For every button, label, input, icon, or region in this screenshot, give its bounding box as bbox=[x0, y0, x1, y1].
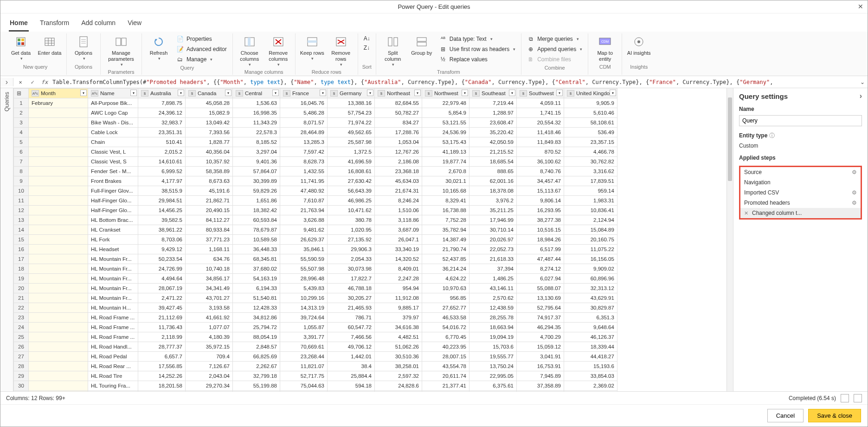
cell[interactable]: 57,864.07 bbox=[233, 167, 280, 176]
cell[interactable]: HL Road Frame ... bbox=[88, 313, 138, 323]
cell[interactable]: 51,540.81 bbox=[233, 293, 280, 303]
cell[interactable]: 32,799.18 bbox=[233, 371, 280, 381]
cell[interactable]: 17,556.85 bbox=[138, 362, 186, 371]
row-number[interactable]: 15 bbox=[14, 235, 29, 245]
cell[interactable]: 3,041.91 bbox=[517, 352, 564, 362]
cell[interactable]: 17,946.99 bbox=[469, 215, 517, 225]
cell[interactable]: 39,582.5 bbox=[138, 215, 186, 225]
cell[interactable]: 34,856.17 bbox=[186, 274, 233, 284]
cell[interactable]: 25,794.72 bbox=[233, 323, 280, 332]
cell[interactable]: 4,624.22 bbox=[422, 274, 469, 284]
cell[interactable] bbox=[29, 137, 88, 147]
filter-icon[interactable]: ▾ bbox=[130, 90, 137, 96]
cell[interactable]: 80,933.84 bbox=[186, 225, 233, 235]
cancel-button[interactable]: Cancel bbox=[767, 409, 804, 422]
cell[interactable]: 42,050.59 bbox=[469, 137, 517, 147]
cell[interactable]: 11,343.29 bbox=[233, 118, 280, 128]
cell[interactable]: 45,191.6 bbox=[186, 186, 233, 196]
cell[interactable]: 14,387.49 bbox=[422, 235, 469, 245]
cell[interactable]: 7,393.56 bbox=[186, 128, 233, 137]
cell[interactable]: 30,829.87 bbox=[564, 303, 617, 313]
cell[interactable]: HL Mountain Fr... bbox=[88, 293, 138, 303]
row-number[interactable]: 22 bbox=[14, 303, 29, 313]
cell[interactable]: 786.71 bbox=[328, 313, 375, 323]
column-header-northwest[interactable]: $Northwest▾ bbox=[422, 89, 469, 98]
cell[interactable]: 4,494.64 bbox=[138, 274, 186, 284]
cell[interactable]: 34,812.86 bbox=[233, 313, 280, 323]
cell[interactable]: HL Road Frame ... bbox=[88, 323, 138, 332]
cell[interactable]: 16,808.61 bbox=[328, 167, 375, 176]
cell[interactable] bbox=[29, 108, 88, 118]
query-name-input[interactable] bbox=[739, 115, 862, 126]
cell[interactable]: 2,118.99 bbox=[138, 332, 186, 342]
cell[interactable]: 380.78 bbox=[328, 215, 375, 225]
cell[interactable]: 7,752.28 bbox=[422, 215, 469, 225]
cell[interactable]: 62,001.16 bbox=[469, 176, 517, 186]
cell[interactable]: 34,616.38 bbox=[375, 323, 422, 332]
table-row[interactable]: 13HL Bottom Brac...39,582.584,112.2760,5… bbox=[14, 215, 617, 225]
data-type-button[interactable]: ᴬᴮData type: Text bbox=[437, 34, 517, 44]
cell[interactable] bbox=[29, 225, 88, 235]
cell[interactable]: 10,299.16 bbox=[280, 293, 328, 303]
cell[interactable]: 10,471.62 bbox=[328, 206, 375, 215]
cell[interactable]: 1,741.15 bbox=[517, 108, 564, 118]
cell[interactable]: 11,378.01 bbox=[328, 391, 375, 391]
cell[interactable]: 33,340.19 bbox=[375, 245, 422, 254]
applied-step[interactable]: Navigation bbox=[740, 177, 861, 188]
cell[interactable]: 7,898.75 bbox=[138, 98, 186, 108]
cell[interactable]: 13,285.3 bbox=[280, 137, 328, 147]
table-row[interactable]: 25HL Road Frame ...2,118.994,180.3988,05… bbox=[14, 332, 617, 342]
table-row[interactable]: 18HL Mountain Fr...24,726.9910,740.1837,… bbox=[14, 264, 617, 274]
row-number[interactable]: 13 bbox=[14, 215, 29, 225]
cell[interactable]: 22,052.73 bbox=[469, 245, 517, 254]
type-icon[interactable]: $ bbox=[141, 90, 148, 97]
cell[interactable]: 36,100.62 bbox=[517, 157, 564, 167]
cell[interactable]: Bike Wash - Dis... bbox=[88, 118, 138, 128]
cell[interactable]: 57,754.23 bbox=[328, 108, 375, 118]
cell[interactable]: 14,610.61 bbox=[138, 157, 186, 167]
cell[interactable]: 9,909.02 bbox=[564, 264, 617, 274]
cell[interactable]: 10,970.63 bbox=[422, 284, 469, 293]
cell[interactable]: 20,160.75 bbox=[564, 235, 617, 245]
cell[interactable]: 23,368.18 bbox=[375, 167, 422, 176]
cell[interactable]: 10,516.15 bbox=[517, 225, 564, 235]
cell[interactable]: 16,998.35 bbox=[233, 108, 280, 118]
cell[interactable]: 8,185.52 bbox=[233, 137, 280, 147]
table-row[interactable]: 30HL Touring Fra...18,201.5829,270.3455,… bbox=[14, 381, 617, 391]
cell[interactable]: 8,246.24 bbox=[375, 196, 422, 206]
cell[interactable]: 2,124.94 bbox=[564, 215, 617, 225]
cell[interactable]: 13,130.69 bbox=[517, 293, 564, 303]
cell[interactable]: 52,437.85 bbox=[422, 254, 469, 264]
cell[interactable]: 11,741.95 bbox=[280, 176, 328, 186]
cell[interactable]: 24,828.6 bbox=[375, 381, 422, 391]
grid-corner[interactable]: ⊞ bbox=[14, 89, 29, 98]
cell[interactable]: 49,562.65 bbox=[328, 128, 375, 137]
cell[interactable]: 1,442.01 bbox=[328, 352, 375, 362]
cell[interactable]: 5,439.83 bbox=[280, 284, 328, 293]
row-number[interactable]: 18 bbox=[14, 264, 29, 274]
cell[interactable]: 43,701.27 bbox=[186, 293, 233, 303]
filter-icon[interactable]: ▾ bbox=[225, 90, 231, 96]
cell[interactable]: 22,995.05 bbox=[469, 371, 517, 381]
cell[interactable]: 19,094.19 bbox=[469, 332, 517, 342]
cell[interactable]: 9,429.12 bbox=[138, 245, 186, 254]
cell[interactable]: 1,372.5 bbox=[328, 147, 375, 157]
type-icon[interactable]: $ bbox=[188, 90, 196, 97]
cell[interactable]: 8,673.63 bbox=[186, 176, 233, 186]
cell[interactable]: 8,030.29 bbox=[280, 391, 328, 391]
cell[interactable]: HL Mountain Fr... bbox=[88, 274, 138, 284]
cell[interactable]: 16,753.91 bbox=[517, 362, 564, 371]
table-row[interactable]: 22HL Mountain H...39,427.453,193.5812,42… bbox=[14, 303, 617, 313]
manage-query-button[interactable]: 🗂Manage bbox=[174, 55, 229, 64]
table-row[interactable]: 8Fender Set - M...6,999.5258,358.8957,86… bbox=[14, 167, 617, 176]
cell[interactable] bbox=[29, 235, 88, 245]
cell[interactable]: 49,706.12 bbox=[328, 342, 375, 352]
cell[interactable]: 51,062.26 bbox=[375, 342, 422, 352]
vertical-scrollbar[interactable] bbox=[727, 88, 733, 391]
cell[interactable]: 6,375.61 bbox=[469, 381, 517, 391]
cell[interactable]: 21,215.52 bbox=[469, 147, 517, 157]
filter-icon[interactable]: ▾ bbox=[610, 90, 616, 96]
table-row[interactable]: 15HL Fork8,703.0637,771.2310,589.5826,62… bbox=[14, 235, 617, 245]
cell[interactable]: 9,885.17 bbox=[375, 303, 422, 313]
cell[interactable]: 28,067.19 bbox=[138, 284, 186, 293]
